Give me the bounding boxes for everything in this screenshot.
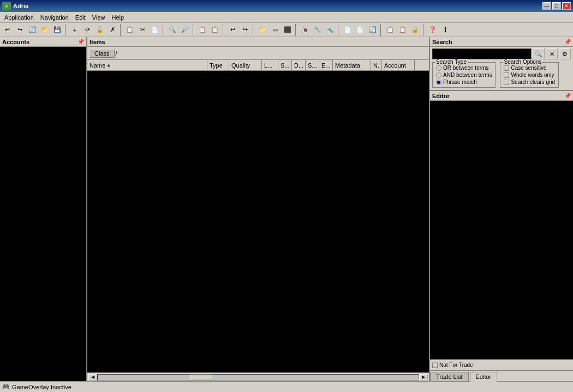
tb-doc2[interactable]: 📄 — [354, 24, 366, 36]
scroll-left[interactable]: ◀ — [88, 374, 97, 381]
radio-or: OR between terms — [436, 65, 492, 71]
search-type-legend: Search Type — [435, 59, 468, 65]
status-bar: 🎮 GameOverlay Inactive — [0, 381, 573, 392]
checkbox-case-input[interactable] — [504, 65, 509, 71]
search-options-button[interactable]: ⚙ — [559, 49, 571, 59]
editor-title: Editor — [432, 93, 450, 99]
col-n[interactable]: N. — [371, 60, 382, 70]
col-metadata[interactable]: Metadata — [333, 60, 371, 70]
col-account[interactable]: Account — [382, 60, 415, 70]
radio-or-input[interactable] — [436, 65, 441, 71]
tb-paste2[interactable]: 📋 — [209, 24, 221, 36]
tb-sep-3 — [163, 24, 165, 36]
grid-content — [87, 71, 429, 372]
editor-tabs: Trade List Editor — [430, 370, 573, 381]
accounts-panel: Accounts 📌 — [0, 37, 87, 381]
app-title: Adria — [13, 3, 542, 9]
restore-button[interactable]: □ — [552, 2, 561, 10]
tb-lock[interactable]: 🔒 — [409, 24, 421, 36]
tb-help[interactable]: ❓ — [427, 24, 439, 36]
tb-sep-1 — [65, 24, 67, 36]
tb-clip2[interactable]: 📋 — [397, 24, 409, 36]
search-pin[interactable]: 📌 — [564, 39, 571, 45]
tb-cursor[interactable]: 🖱 — [299, 24, 311, 36]
tb-tools[interactable]: 🔩 — [324, 24, 336, 36]
items-panel: Items Class / Name ▲ Type Quality L... S… — [87, 37, 430, 381]
menu-help[interactable]: Help — [108, 13, 127, 22]
tb-back[interactable]: ↩ — [1, 24, 13, 36]
tb-save[interactable]: 💾 — [51, 24, 63, 36]
scroll-thumb[interactable] — [190, 375, 212, 380]
tab-editor[interactable]: Editor — [470, 372, 498, 382]
col-quality[interactable]: Quality — [229, 60, 262, 70]
tb-cut[interactable]: ✂ — [136, 24, 148, 36]
minimize-button[interactable]: — — [542, 2, 551, 10]
scroll-right[interactable]: ▶ — [419, 374, 428, 381]
items-title: Items — [89, 39, 105, 45]
col-d[interactable]: D... — [292, 60, 306, 70]
breadcrumb: Class / — [87, 47, 429, 60]
tb-forward[interactable]: ↪ — [14, 24, 26, 36]
tb-settings[interactable]: 🔧 — [312, 24, 324, 36]
menu-navigation[interactable]: Navigation — [37, 13, 72, 22]
editor-panel: Editor 📌 Not For Trade Trade List Editor — [430, 91, 573, 381]
tb-block[interactable]: ⬛ — [282, 24, 294, 36]
status-icon: 🎮 — [2, 383, 10, 390]
checkbox-clears-input[interactable] — [504, 80, 509, 85]
tb-find[interactable]: 🔍 — [166, 24, 178, 36]
window-controls: — □ ✕ — [542, 2, 571, 10]
close-button[interactable]: ✕ — [562, 2, 571, 10]
menu-application[interactable]: Application — [1, 13, 37, 22]
toolbar: ↩ ↪ 🔄 📂 💾 + ⟳ 🔓 ✗ 📋 ✂ 📄 🔍 🔎 📋 📋 ↩ ↪ 📁 ▭ … — [0, 23, 573, 37]
tb-find-more[interactable]: 🔎 — [179, 24, 191, 36]
tb-paste1[interactable]: 📋 — [196, 24, 208, 36]
search-clear-button[interactable]: ✕ — [546, 49, 558, 59]
radio-and-input[interactable] — [436, 73, 441, 78]
search-opts-group: Search Options Case sensitive Whole word… — [500, 62, 559, 88]
col-type[interactable]: Type — [207, 60, 229, 70]
breadcrumb-separator: / — [116, 50, 117, 57]
search-type-group: Search Type OR between terms AND between… — [432, 62, 496, 88]
col-name[interactable]: Name ▲ — [87, 60, 207, 70]
tb-doc1[interactable]: 📄 — [342, 24, 354, 36]
tb-refresh[interactable]: 🔄 — [26, 24, 38, 36]
tb-clipboard[interactable]: 📋 — [124, 24, 136, 36]
radio-phrase: Phrase match — [436, 79, 492, 85]
tb-sep-8 — [338, 24, 340, 36]
not-for-trade-checkbox[interactable] — [432, 363, 438, 368]
tb-box[interactable]: ▭ — [269, 24, 281, 36]
tb-undo[interactable]: ↩ — [226, 24, 238, 36]
col-l[interactable]: L... — [262, 60, 278, 70]
tb-info[interactable]: ℹ — [439, 24, 451, 36]
menu-view[interactable]: View — [89, 13, 109, 22]
search-input[interactable] — [432, 49, 532, 59]
editor-pin[interactable]: 📌 — [564, 93, 571, 99]
items-panel-header: Items — [87, 37, 429, 47]
title-bar: A Adria — □ ✕ — [0, 0, 573, 12]
tb-folder[interactable]: 📁 — [256, 24, 268, 36]
accounts-content — [0, 47, 86, 381]
radio-and: AND between terms — [436, 72, 492, 78]
tb-open[interactable]: 📂 — [39, 24, 51, 36]
breadcrumb-class[interactable]: Class — [89, 49, 115, 58]
col-e[interactable]: E... — [319, 60, 333, 70]
tb-add[interactable]: + — [69, 24, 81, 36]
tb-copy[interactable]: 📄 — [149, 24, 161, 36]
tb-rotate[interactable]: 🔄 — [367, 24, 379, 36]
menu-edit[interactable]: Edit — [72, 13, 89, 22]
search-go-button[interactable]: 🔍 — [533, 49, 545, 59]
tb-delete[interactable]: ✗ — [106, 24, 118, 36]
tab-trade-list[interactable]: Trade List — [430, 372, 469, 381]
accounts-pin[interactable]: 📌 — [77, 39, 84, 45]
tb-sync[interactable]: ⟳ — [81, 24, 93, 36]
col-s1[interactable]: S... — [278, 60, 292, 70]
radio-phrase-input[interactable] — [436, 80, 441, 85]
search-panel: Search 📌 🔍 ✕ ⚙ Search Type OR between te… — [430, 37, 573, 91]
col-s2[interactable]: S... — [306, 60, 319, 70]
tb-redo[interactable]: ↪ — [239, 24, 251, 36]
checkbox-clears-label: Search clears grid — [511, 79, 555, 85]
checkbox-whole-input[interactable] — [504, 73, 509, 78]
scroll-track[interactable] — [97, 374, 419, 381]
tb-clip1[interactable]: 📋 — [384, 24, 396, 36]
tb-unlock[interactable]: 🔓 — [94, 24, 106, 36]
